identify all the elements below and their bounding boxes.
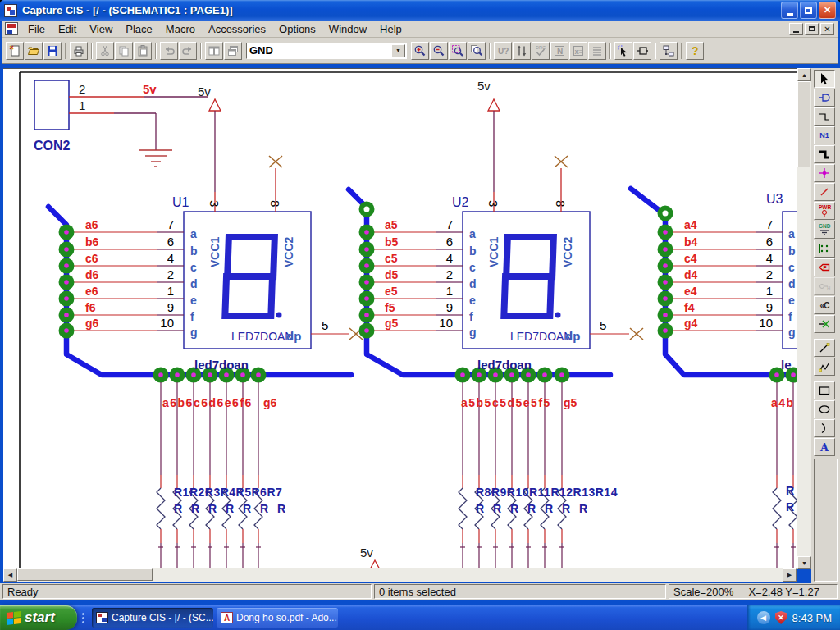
mdi-close-button[interactable]: ✕ <box>820 23 834 35</box>
component-outline-u1[interactable] <box>184 212 311 349</box>
print-button[interactable] <box>70 42 88 60</box>
tool-place-pin-button[interactable]: H <box>814 277 835 295</box>
taskbar-item-pdf[interactable]: A Dong ho so.pdf - Ado... <box>217 608 338 628</box>
tool-place-bus-entry-button[interactable] <box>814 183 835 201</box>
menu-window[interactable]: Window <box>322 21 373 37</box>
security-shield-icon[interactable]: ✕ <box>775 611 788 624</box>
net-name-combobox[interactable]: GND ▼ <box>246 43 407 59</box>
close-button[interactable]: ✕ <box>819 2 836 19</box>
pin-letter: e <box>469 294 476 307</box>
tool-place-no-connect-button[interactable] <box>814 315 835 333</box>
help-button[interactable]: ? <box>686 42 704 60</box>
paste-button[interactable] <box>134 42 152 60</box>
schematic-canvas[interactable]: 2 1 5v CON2 5v <box>3 68 797 568</box>
tool-place-ground-button[interactable]: GND <box>814 221 835 239</box>
scroll-left-button[interactable]: ◀ <box>3 568 17 582</box>
tool-place-part-button[interactable] <box>814 89 835 107</box>
scroll-down-button[interactable]: ▼ <box>797 556 811 569</box>
menu-file[interactable]: File <box>21 21 52 37</box>
tool-place-power-button[interactable]: PWR <box>814 202 835 220</box>
tool-place-rectangle-button[interactable] <box>814 381 835 399</box>
resistor-values: R R R R R R R <box>476 502 587 515</box>
edit-part-button[interactable] <box>633 42 651 60</box>
start-button[interactable]: start <box>0 605 77 630</box>
cross-reference-button[interactable]: X≡ <box>569 42 587 60</box>
maximize-button[interactable] <box>800 2 817 19</box>
snap-to-grid-button[interactable] <box>614 42 632 60</box>
menu-view[interactable]: View <box>83 21 119 37</box>
bom-report-button[interactable] <box>588 42 606 60</box>
save-button[interactable] <box>43 42 62 60</box>
menu-options[interactable]: Options <box>272 21 322 37</box>
ground-symbol[interactable] <box>139 150 172 167</box>
document-icon[interactable] <box>5 22 18 35</box>
hierarchy-button[interactable] <box>660 42 678 60</box>
new-button[interactable] <box>6 42 24 60</box>
minimize-button[interactable] <box>781 2 798 19</box>
tool-place-text-button[interactable]: A <box>814 438 835 456</box>
redo-button[interactable] <box>179 42 197 60</box>
schematic-drawing[interactable]: 2 1 5v CON2 5v <box>3 69 797 568</box>
junction-dot-center <box>364 230 369 235</box>
pin-letter: f <box>190 310 194 323</box>
open-button[interactable] <box>25 42 43 60</box>
tool-select-button[interactable] <box>814 70 835 88</box>
connector-con2[interactable]: 2 1 5v CON2 <box>34 80 208 153</box>
power-symbol[interactable] <box>488 99 500 111</box>
vertical-scrollbar[interactable]: ▲ ▼ <box>797 68 811 569</box>
resistor[interactable] <box>459 488 467 529</box>
tool-place-hierarchical-block-button[interactable] <box>814 240 835 258</box>
mdi-minimize-button[interactable] <box>789 23 803 35</box>
junction-dot-center <box>175 372 180 377</box>
menu-edit[interactable]: Edit <box>52 21 83 37</box>
copy-button[interactable] <box>115 42 133 60</box>
mdi-restore-button[interactable] <box>805 23 819 35</box>
tile-windows-button[interactable] <box>205 42 223 60</box>
tool-place-off-page-connector-button[interactable]: «C <box>814 296 835 314</box>
junction-dot-center <box>477 372 482 377</box>
combo-dropdown-arrow[interactable]: ▼ <box>391 44 405 57</box>
annotate-button[interactable]: U? <box>494 42 512 60</box>
zoom-out-button[interactable] <box>430 42 448 60</box>
scroll-up-button[interactable]: ▲ <box>797 68 811 81</box>
tool-place-net-alias-button[interactable]: N1 <box>814 126 835 144</box>
netlist-button[interactable]: N <box>550 42 568 60</box>
tool-place-bus-button[interactable] <box>814 145 835 163</box>
junction-dot-center <box>364 263 369 268</box>
horizontal-scrollbar[interactable]: ◀ ▶ <box>3 568 797 582</box>
cascade-windows-button[interactable] <box>224 42 242 60</box>
menu-place[interactable]: Place <box>119 21 159 37</box>
zoom-in-button[interactable] <box>411 42 429 60</box>
horizontal-scroll-thumb[interactable] <box>17 568 153 581</box>
undo-button[interactable] <box>160 42 178 60</box>
title-bar[interactable]: Capture CIS - [/ - (SCHEMATIC1 : PAGE1)]… <box>0 0 840 21</box>
power-symbol-bottom[interactable]: 5v <box>360 546 381 568</box>
zoom-all-button[interactable] <box>468 42 486 60</box>
tool-place-arc-button[interactable] <box>814 419 835 437</box>
net-label: c4 <box>684 252 697 265</box>
dp-pin-letter: dp <box>565 329 580 343</box>
vertical-scroll-thumb[interactable] <box>797 81 810 167</box>
tool-place-wire-button[interactable] <box>814 107 835 126</box>
menu-help[interactable]: Help <box>373 21 409 37</box>
power-symbol[interactable] <box>209 99 221 111</box>
tool-place-polyline-button[interactable] <box>814 358 835 376</box>
cut-button[interactable] <box>96 42 114 60</box>
tool-place-junction-button[interactable] <box>814 164 835 182</box>
tool-place-ellipse-button[interactable] <box>814 400 835 418</box>
tool-place-line-button[interactable] <box>814 339 835 357</box>
scroll-right-button[interactable]: ▶ <box>783 568 797 582</box>
resistor[interactable] <box>157 488 165 529</box>
pin-number: 4 <box>766 251 773 265</box>
zoom-area-button[interactable] <box>449 42 467 60</box>
update-properties-button[interactable] <box>513 42 531 60</box>
drc-button[interactable]: DRC <box>532 42 550 60</box>
tray-chevron-icon[interactable]: ◀ <box>757 611 770 624</box>
tool-place-port-button[interactable]: P <box>814 258 835 276</box>
menu-macro[interactable]: Macro <box>159 21 202 37</box>
taskbar-item-capture-cis[interactable]: Capture CIS - [/ - (SC... <box>92 608 213 628</box>
component-outline-u2[interactable] <box>463 212 590 349</box>
resistor[interactable] <box>773 488 781 529</box>
menu-accessories[interactable]: Accessories <box>202 21 272 37</box>
quick-launch-handle[interactable] <box>79 608 87 628</box>
